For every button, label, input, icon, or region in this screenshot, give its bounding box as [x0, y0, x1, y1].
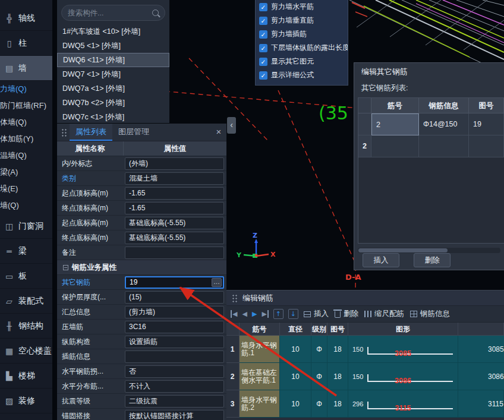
- property-value[interactable]: (剪力墙): [125, 306, 224, 318]
- cell-rebar-no[interactable]: [371, 135, 419, 157]
- ellipsis-button[interactable]: …: [212, 278, 222, 287]
- checkbox-checked[interactable]: ✓: [259, 30, 267, 39]
- list-item[interactable]: DWQ5 <1> [外墙]: [57, 39, 169, 53]
- horizontal-scrollbar[interactable]: [358, 248, 500, 253]
- cell-rebar-info[interactable]: Φ14@150: [419, 113, 469, 135]
- checkbox-checked[interactable]: ✓: [259, 17, 267, 25]
- checkbox-checked[interactable]: ✓: [259, 44, 267, 52]
- list-item[interactable]: DWQ7b <2> [外墙]: [57, 96, 169, 110]
- cell-figure-no[interactable]: 18: [327, 363, 348, 390]
- sidebar-item-beam[interactable]: ═梁: [0, 239, 52, 264]
- scrollbar-thumb[interactable]: [358, 248, 448, 252]
- sidebar-item-masonry-reinforcement[interactable]: 砌体加筋(Y): [0, 131, 52, 147]
- property-value[interactable]: 基础底标高(-5.55): [125, 217, 224, 229]
- sidebar-item-shear-wall[interactable]: 剪力墙(Q): [0, 81, 52, 97]
- search-box[interactable]: [61, 5, 165, 21]
- list-item[interactable]: 1#汽车坡道 <10> [外墙]: [57, 24, 169, 39]
- sidebar-item-door-window-opening[interactable]: ◫门窗洞: [0, 214, 52, 239]
- cell-rebar-name[interactable]: 墙在基础左侧水平筋.1: [240, 363, 280, 390]
- delete-row-button[interactable]: 删除: [334, 309, 359, 319]
- sidebar-item-concealed-beam[interactable]: 暗梁(A): [0, 164, 52, 181]
- other-rebar-input[interactable]: [130, 277, 212, 288]
- sidebar-item-curtain-wall[interactable]: 幕墙(Q): [0, 197, 52, 214]
- cell-level[interactable]: Φ: [311, 390, 327, 418]
- delete-button[interactable]: 删除: [414, 253, 451, 267]
- property-value[interactable]: 按默认锚固搭接计算: [125, 410, 224, 420]
- collapse-section-icon[interactable]: [63, 265, 68, 270]
- property-value[interactable]: (15): [125, 291, 224, 304]
- list-item-selected[interactable]: DWQ6 <11> [外墙]: [57, 53, 169, 67]
- cell-rebar-name[interactable]: 墙身水平钢筋.1: [240, 336, 280, 363]
- list-item[interactable]: DWQ7 <1> [外墙]: [57, 67, 169, 81]
- search-input[interactable]: [68, 9, 149, 17]
- checkbox-checked[interactable]: ✓: [259, 3, 267, 11]
- last-record-icon[interactable]: ▶: [262, 310, 268, 318]
- cell-formula[interactable]: 3086: [458, 363, 504, 390]
- property-value[interactable]: -1.65: [125, 187, 224, 200]
- property-section-row[interactable]: 钢筋业务属性: [57, 260, 226, 274]
- cell-shape-diagram[interactable]: 150 3086: [348, 363, 458, 390]
- sidebar-item-prefab[interactable]: ▱装配式: [0, 289, 52, 314]
- panel-collapse-handle[interactable]: ‹: [227, 117, 236, 134]
- property-value[interactable]: 二级抗震: [125, 395, 224, 408]
- property-value[interactable]: 基础底标高(-5.55): [125, 232, 224, 244]
- cell-diameter[interactable]: 10: [280, 336, 311, 363]
- close-icon[interactable]: ×: [211, 124, 226, 141]
- scale-rebar-button[interactable]: 缩尺配筋: [364, 309, 405, 319]
- cell-shape-diagram[interactable]: 150 3085: [348, 336, 458, 363]
- rebar-info-button[interactable]: 钢筋信息: [410, 309, 451, 319]
- property-value[interactable]: 设置插筋: [125, 336, 224, 348]
- previous-record-icon[interactable]: ◀: [242, 310, 247, 318]
- cell-level[interactable]: Φ: [311, 363, 327, 390]
- sidebar-item-steel-structure[interactable]: ╫钢结构: [0, 314, 52, 339]
- cell-figure-no[interactable]: 18: [327, 390, 348, 418]
- cell-level[interactable]: Φ: [311, 336, 327, 363]
- sidebar-item-slab[interactable]: ▭板: [0, 264, 52, 289]
- sidebar-item-civil-defense-doorframe-wall[interactable]: 人防门框墙(RF): [0, 97, 52, 114]
- checkbox-checked[interactable]: ✓: [259, 58, 267, 66]
- sidebar-item-wall[interactable]: ▤墙: [0, 56, 52, 81]
- tab-property-list[interactable]: 属性列表: [70, 124, 112, 141]
- move-down-icon[interactable]: ↓: [288, 309, 298, 319]
- list-item[interactable]: DWQ7a <1> [外墙]: [57, 81, 169, 96]
- sidebar-item-wall-pier[interactable]: 墙垛(E): [0, 181, 52, 197]
- dialog-title: 编辑其它钢筋: [354, 63, 504, 81]
- checkbox-checked[interactable]: ✓: [259, 71, 267, 80]
- drag-grip-icon[interactable]: [61, 128, 67, 137]
- sidebar-item-axis[interactable]: ╬轴线: [0, 6, 52, 31]
- sidebar-item-column[interactable]: ▯柱: [0, 31, 52, 56]
- cell-diameter[interactable]: 10: [280, 363, 311, 390]
- cell-figure-no[interactable]: 18: [327, 336, 348, 363]
- cell-figure-no[interactable]: [469, 135, 504, 157]
- sidebar-item-masonry-wall[interactable]: 砌体墙(Q): [0, 114, 52, 131]
- cell-formula[interactable]: 3115: [458, 390, 504, 418]
- cell-formula[interactable]: 3085: [458, 336, 504, 363]
- row-index: 3: [226, 390, 240, 418]
- property-value[interactable]: (外墙): [125, 157, 224, 170]
- property-value[interactable]: 否: [125, 365, 224, 378]
- cell-rebar-name[interactable]: 墙身水平钢筋.2: [240, 390, 280, 418]
- cell-diameter[interactable]: 10: [280, 390, 311, 418]
- property-value[interactable]: [125, 350, 224, 363]
- sidebar-item-decoration[interactable]: ▨装修: [0, 389, 52, 413]
- next-record-icon[interactable]: ▶: [252, 310, 257, 318]
- move-up-icon[interactable]: ↑: [273, 309, 284, 319]
- insert-button[interactable]: 插入: [363, 253, 399, 267]
- first-record-icon[interactable]: ◀: [231, 310, 237, 318]
- insert-row-button[interactable]: 插入: [303, 309, 329, 319]
- cell-rebar-no-selected[interactable]: 2: [371, 113, 419, 135]
- sidebar-item-stairs[interactable]: ▙楼梯: [0, 364, 52, 389]
- property-value[interactable]: 混凝土墙: [125, 172, 224, 185]
- sidebar-item-hollow-floor[interactable]: ▦空心楼盖: [0, 339, 52, 364]
- drag-grip-icon[interactable]: [232, 294, 238, 302]
- tab-layer-manager[interactable]: 图层管理: [112, 124, 155, 141]
- property-value[interactable]: 3C16: [125, 321, 224, 333]
- cell-figure-no[interactable]: 19: [469, 113, 504, 135]
- property-value[interactable]: -1.65: [125, 202, 224, 214]
- list-item[interactable]: DWQ7c <1> [外墙]: [57, 110, 169, 123]
- cell-rebar-info[interactable]: [419, 135, 469, 157]
- cell-shape-diagram[interactable]: 296 3115: [348, 390, 458, 418]
- property-value[interactable]: [125, 247, 224, 259]
- property-value[interactable]: 不计入: [125, 380, 224, 393]
- sidebar-item-insulation-wall[interactable]: 保温墙(Q): [0, 147, 52, 164]
